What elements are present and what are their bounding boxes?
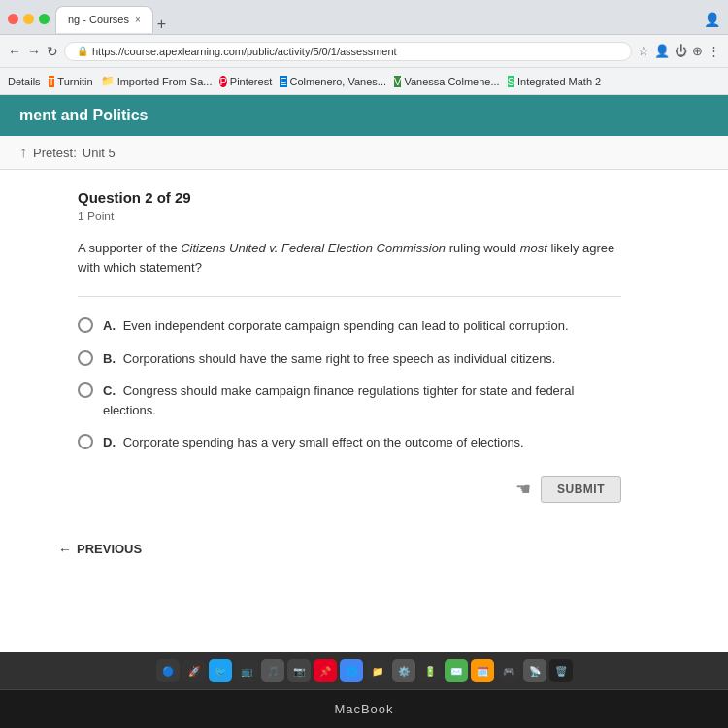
question-text-italic2: most — [520, 241, 547, 255]
bookmark-label: Colmenero, Vanes... — [290, 76, 386, 87]
question-text-part1: A supporter of the — [78, 241, 181, 255]
active-tab[interactable]: ng - Courses × — [55, 6, 153, 33]
menu-dots-icon[interactable]: ⋮ — [708, 44, 720, 58]
choice-a-content: Even independent corporate campaign spen… — [123, 318, 569, 333]
back-nav-button[interactable]: ← — [8, 44, 21, 59]
dock-trash-icon[interactable]: 🗑️ — [549, 659, 573, 682]
submit-button[interactable]: SUBMIT — [541, 476, 621, 503]
integrated-math-icon: S — [508, 76, 514, 87]
dock-icon5[interactable]: 📷 — [287, 659, 311, 682]
choice-a[interactable]: A. Even independent corporate campaign s… — [78, 316, 621, 336]
choice-c[interactable]: C. Congress should make campaign finance… — [78, 381, 621, 419]
prev-arrow-icon: ← — [58, 542, 72, 557]
question-text-part2: ruling would — [446, 241, 520, 255]
dock-icon9[interactable]: ⚙️ — [392, 659, 415, 682]
bookmark-label: Details — [8, 76, 41, 87]
dock-icon14[interactable]: 📡 — [523, 659, 546, 682]
bookmark-label: Pinterest — [230, 76, 272, 87]
dock-icon11[interactable]: ✉️ — [445, 659, 468, 682]
tab-label: ng - Courses — [68, 14, 129, 25]
choice-d-text: D. Corporate spending has a very small e… — [103, 433, 524, 452]
radio-b[interactable] — [78, 350, 93, 366]
pinterest-icon: P — [219, 76, 226, 87]
dock-icon13[interactable]: 🎮 — [497, 659, 520, 682]
submit-area: ☚ SUBMIT — [78, 476, 621, 503]
bookmark-vanessa[interactable]: V Vanessa Colmene... — [394, 76, 500, 87]
lock-icon: 🔒 — [77, 46, 88, 56]
turnitin-icon: T — [49, 76, 55, 87]
dock-bar: 🔵 🚀 🐦 📺 🎵 📷 📌 🌐 📁 ⚙️ 🔋 ✉️ 🗓️ 🎮 📡 🗑️ — [0, 652, 728, 689]
radio-c[interactable] — [78, 382, 93, 398]
colmenero-icon: E — [280, 76, 286, 87]
power-icon[interactable]: ⏻ — [675, 44, 687, 58]
pretest-bar: ↑ Pretest: Unit 5 — [0, 136, 728, 170]
dock-finder-icon[interactable]: 🔵 — [156, 659, 180, 682]
question-text-italic: Citizens United v. Federal Election Comm… — [181, 241, 446, 255]
bookmark-details[interactable]: Details — [8, 76, 41, 87]
browser-action-buttons: ☆ 👤 ⏻ ⊕ ⋮ — [638, 44, 720, 58]
radio-a[interactable] — [78, 317, 93, 333]
hand-pointer-icon: ☚ — [515, 479, 531, 500]
tab-close-button[interactable]: × — [135, 15, 141, 25]
dock-twitter-icon[interactable]: 🐦 — [209, 659, 232, 682]
bookmark-label: Imported From Sa... — [117, 76, 213, 87]
bookmark-colmenero[interactable]: E Colmenero, Vanes... — [280, 76, 386, 87]
choice-b[interactable]: B. Corporations should have the same rig… — [78, 349, 621, 369]
dock-icon3[interactable]: 📺 — [235, 659, 258, 682]
question-points: 1 Point — [78, 210, 621, 223]
choice-a-label: A. — [103, 318, 116, 333]
bookmark-turnitin[interactable]: T Turnitin — [49, 76, 93, 87]
choice-d[interactable]: D. Corporate spending has a very small e… — [78, 433, 621, 452]
dock-icon6[interactable]: 📌 — [314, 659, 337, 682]
address-bar-row: ← → ↻ 🔒 https://course.apexlearning.com/… — [0, 35, 728, 68]
nav-footer: ← PREVIOUS — [0, 532, 728, 577]
choice-c-text: C. Congress should make campaign finance… — [103, 381, 621, 419]
reload-button[interactable]: ↻ — [47, 44, 58, 59]
bookmark-label: Turnitin — [57, 76, 92, 87]
pretest-unit: Unit 5 — [83, 146, 116, 160]
choice-c-content: Congress should make campaign finance re… — [103, 383, 574, 417]
maximize-button[interactable] — [39, 14, 50, 24]
folder-icon: 📁 — [101, 75, 115, 87]
new-tab-button[interactable]: + — [157, 16, 166, 33]
macbook-bar: MacBook — [0, 689, 728, 728]
bookmark-label: Vanessa Colmene... — [404, 76, 499, 87]
dock-icons: 🔵 🚀 🐦 📺 🎵 📷 📌 🌐 📁 ⚙️ 🔋 ✉️ 🗓️ 🎮 📡 🗑️ — [156, 659, 573, 682]
bookmark-star-icon[interactable]: ☆ — [638, 44, 649, 58]
choice-d-content: Corporate spending has a very small effe… — [123, 435, 524, 449]
choice-b-content: Corporations should have the same right … — [123, 351, 556, 366]
bookmark-integrated-math[interactable]: S Integrated Math 2 — [508, 76, 602, 87]
course-title: ment and Politics — [19, 107, 148, 123]
page-content: ment and Politics ↑ Pretest: Unit 5 Ques… — [0, 95, 728, 652]
pretest-label: Pretest: — [33, 146, 77, 160]
course-header: ment and Politics — [0, 95, 728, 136]
dock-icon12[interactable]: 🗓️ — [471, 659, 494, 682]
url-text: https://course.apexlearning.com/public/a… — [92, 46, 397, 57]
question-area: Question 2 of 29 1 Point A supporter of … — [0, 170, 679, 532]
chrome-action-icons: 👤 — [704, 12, 720, 27]
dock-chrome-icon[interactable]: 🌐 — [340, 659, 363, 682]
settings-icon[interactable]: ⊕ — [692, 44, 703, 58]
radio-d[interactable] — [78, 434, 93, 449]
bookmark-imported[interactable]: 📁 Imported From Sa... — [101, 75, 213, 87]
browser-window: ng - Courses × + 👤 ← → ↻ 🔒 https://cours… — [0, 0, 728, 652]
window-controls — [8, 14, 50, 24]
question-number: Question 2 of 29 — [78, 189, 621, 206]
close-button[interactable] — [8, 14, 18, 24]
choice-a-text: A. Even independent corporate campaign s… — [103, 316, 569, 336]
bookmark-pinterest[interactable]: P Pinterest — [219, 76, 272, 87]
address-bar[interactable]: 🔒 https://course.apexlearning.com/public… — [64, 42, 632, 61]
profile-avatar-icon[interactable]: 👤 — [654, 44, 670, 58]
dock-icon8[interactable]: 📁 — [366, 659, 389, 682]
bookmarks-bar: Details T Turnitin 📁 Imported From Sa...… — [0, 68, 728, 95]
choice-b-text: B. Corporations should have the same rig… — [103, 349, 555, 369]
chrome-tab-bar: ng - Courses × + 👤 — [0, 0, 728, 35]
dock-icon4[interactable]: 🎵 — [261, 659, 284, 682]
dock-icon10[interactable]: 🔋 — [418, 659, 442, 682]
forward-nav-button[interactable]: → — [27, 44, 41, 59]
minimize-button[interactable] — [23, 14, 34, 24]
previous-label: PREVIOUS — [77, 542, 142, 556]
previous-button[interactable]: ← PREVIOUS — [58, 542, 142, 557]
dock-launchpad-icon[interactable]: 🚀 — [182, 659, 206, 682]
vanessa-icon: V — [394, 76, 401, 87]
